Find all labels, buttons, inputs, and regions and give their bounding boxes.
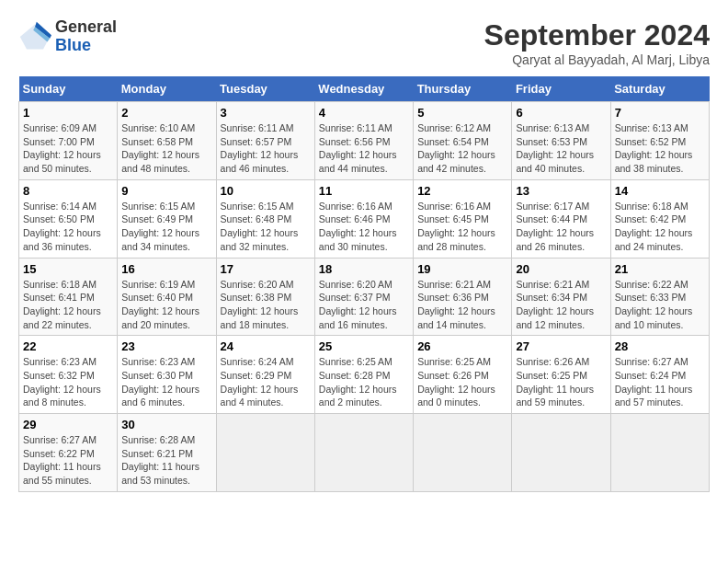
table-row: 26 Sunrise: 6:25 AM Sunset: 6:26 PM Dayl…	[414, 336, 512, 414]
day-info: Sunrise: 6:22 AM Sunset: 6:33 PM Dayligh…	[615, 278, 705, 332]
day-info: Sunrise: 6:25 AM Sunset: 6:28 PM Dayligh…	[319, 355, 409, 409]
day-number: 30	[121, 418, 211, 431]
day-number: 20	[516, 262, 606, 276]
day-number: 7	[615, 106, 705, 120]
day-number: 5	[417, 106, 507, 120]
day-info: Sunrise: 6:10 AM Sunset: 6:58 PM Dayligh…	[121, 121, 211, 176]
day-info: Sunrise: 6:23 AM Sunset: 6:30 PM Dayligh…	[121, 355, 211, 409]
table-row: 23 Sunrise: 6:23 AM Sunset: 6:30 PM Dayl…	[118, 336, 216, 414]
day-info: Sunrise: 6:24 AM Sunset: 6:29 PM Dayligh…	[221, 355, 311, 409]
day-number: 13	[516, 184, 606, 198]
day-number: 14	[615, 184, 705, 198]
table-row	[512, 414, 610, 492]
table-row: 14 Sunrise: 6:18 AM Sunset: 6:42 PM Dayl…	[610, 179, 709, 258]
table-row: 5 Sunrise: 6:12 AM Sunset: 6:54 PM Dayli…	[414, 102, 512, 180]
location: Qaryat al Bayyadah, Al Marj, Libya	[484, 52, 710, 67]
day-number: 4	[319, 106, 409, 120]
logo: General Blue	[18, 18, 117, 55]
day-info: Sunrise: 6:11 AM Sunset: 6:56 PM Dayligh…	[319, 121, 409, 176]
col-header-tuesday: Tuesday	[216, 76, 314, 102]
day-info: Sunrise: 6:11 AM Sunset: 6:57 PM Dayligh…	[221, 121, 311, 176]
table-row: 10 Sunrise: 6:15 AM Sunset: 6:48 PM Dayl…	[216, 179, 314, 258]
table-row: 4 Sunrise: 6:11 AM Sunset: 6:56 PM Dayli…	[314, 102, 413, 180]
day-info: Sunrise: 6:13 AM Sunset: 6:52 PM Dayligh…	[615, 121, 705, 176]
day-number: 27	[516, 339, 606, 353]
col-header-friday: Friday	[512, 76, 610, 102]
day-info: Sunrise: 6:13 AM Sunset: 6:53 PM Dayligh…	[516, 121, 606, 176]
day-info: Sunrise: 6:16 AM Sunset: 6:46 PM Dayligh…	[319, 200, 409, 254]
day-info: Sunrise: 6:28 AM Sunset: 6:21 PM Dayligh…	[121, 433, 211, 488]
day-number: 2	[121, 106, 211, 120]
col-header-sunday: Sunday	[19, 76, 118, 102]
day-info: Sunrise: 6:25 AM Sunset: 6:26 PM Dayligh…	[417, 355, 507, 409]
table-row: 1 Sunrise: 6:09 AM Sunset: 7:00 PM Dayli…	[19, 102, 118, 180]
day-number: 25	[319, 339, 409, 353]
table-row: 28 Sunrise: 6:27 AM Sunset: 6:24 PM Dayl…	[610, 336, 709, 414]
day-number: 23	[121, 339, 211, 353]
col-header-saturday: Saturday	[610, 76, 709, 102]
table-row: 17 Sunrise: 6:20 AM Sunset: 6:38 PM Dayl…	[216, 258, 314, 336]
logo-general: General	[55, 17, 117, 36]
day-number: 21	[615, 262, 705, 276]
day-number: 6	[516, 106, 606, 120]
day-info: Sunrise: 6:23 AM Sunset: 6:32 PM Dayligh…	[23, 355, 113, 409]
logo-icon	[18, 20, 51, 53]
table-row: 30 Sunrise: 6:28 AM Sunset: 6:21 PM Dayl…	[118, 414, 216, 492]
day-number: 8	[23, 184, 113, 198]
day-info: Sunrise: 6:15 AM Sunset: 6:49 PM Dayligh…	[121, 200, 211, 254]
table-row: 13 Sunrise: 6:17 AM Sunset: 6:44 PM Dayl…	[512, 179, 610, 258]
col-header-monday: Monday	[118, 76, 216, 102]
table-row: 20 Sunrise: 6:21 AM Sunset: 6:34 PM Dayl…	[512, 258, 610, 336]
day-number: 9	[121, 184, 211, 198]
day-number: 29	[23, 418, 113, 431]
table-row: 19 Sunrise: 6:21 AM Sunset: 6:36 PM Dayl…	[414, 258, 512, 336]
day-number: 16	[121, 262, 211, 276]
day-info: Sunrise: 6:18 AM Sunset: 6:41 PM Dayligh…	[23, 278, 113, 332]
day-number: 11	[319, 184, 409, 198]
day-info: Sunrise: 6:21 AM Sunset: 6:34 PM Dayligh…	[516, 278, 606, 332]
day-info: Sunrise: 6:19 AM Sunset: 6:40 PM Dayligh…	[121, 278, 211, 332]
table-row: 7 Sunrise: 6:13 AM Sunset: 6:52 PM Dayli…	[610, 102, 709, 180]
table-row: 8 Sunrise: 6:14 AM Sunset: 6:50 PM Dayli…	[19, 179, 118, 258]
table-row: 29 Sunrise: 6:27 AM Sunset: 6:22 PM Dayl…	[19, 414, 118, 492]
day-number: 12	[417, 184, 507, 198]
table-row: 16 Sunrise: 6:19 AM Sunset: 6:40 PM Dayl…	[118, 258, 216, 336]
day-number: 1	[23, 106, 113, 120]
table-row	[216, 414, 314, 492]
day-info: Sunrise: 6:14 AM Sunset: 6:50 PM Dayligh…	[23, 200, 113, 254]
day-info: Sunrise: 6:15 AM Sunset: 6:48 PM Dayligh…	[221, 200, 311, 254]
title-area: September 2024 Qaryat al Bayyadah, Al Ma…	[484, 18, 710, 67]
day-number: 26	[417, 339, 507, 353]
day-info: Sunrise: 6:27 AM Sunset: 6:24 PM Dayligh…	[615, 355, 705, 409]
table-row: 21 Sunrise: 6:22 AM Sunset: 6:33 PM Dayl…	[610, 258, 709, 336]
day-info: Sunrise: 6:27 AM Sunset: 6:22 PM Dayligh…	[23, 433, 113, 488]
day-number: 24	[221, 339, 311, 353]
calendar-table: SundayMondayTuesdayWednesdayThursdayFrid…	[18, 76, 710, 492]
table-row: 15 Sunrise: 6:18 AM Sunset: 6:41 PM Dayl…	[19, 258, 118, 336]
day-number: 3	[221, 106, 311, 120]
table-row: 25 Sunrise: 6:25 AM Sunset: 6:28 PM Dayl…	[314, 336, 413, 414]
table-row: 3 Sunrise: 6:11 AM Sunset: 6:57 PM Dayli…	[216, 102, 314, 180]
day-number: 10	[221, 184, 311, 198]
day-info: Sunrise: 6:21 AM Sunset: 6:36 PM Dayligh…	[417, 278, 507, 332]
col-header-wednesday: Wednesday	[314, 76, 413, 102]
table-row: 12 Sunrise: 6:16 AM Sunset: 6:45 PM Dayl…	[414, 179, 512, 258]
day-info: Sunrise: 6:16 AM Sunset: 6:45 PM Dayligh…	[417, 200, 507, 254]
table-row: 27 Sunrise: 6:26 AM Sunset: 6:25 PM Dayl…	[512, 336, 610, 414]
day-number: 15	[23, 262, 113, 276]
table-row: 9 Sunrise: 6:15 AM Sunset: 6:49 PM Dayli…	[118, 179, 216, 258]
table-row	[610, 414, 709, 492]
table-row: 22 Sunrise: 6:23 AM Sunset: 6:32 PM Dayl…	[19, 336, 118, 414]
day-info: Sunrise: 6:26 AM Sunset: 6:25 PM Dayligh…	[516, 355, 606, 409]
day-info: Sunrise: 6:20 AM Sunset: 6:38 PM Dayligh…	[221, 278, 311, 332]
table-row: 24 Sunrise: 6:24 AM Sunset: 6:29 PM Dayl…	[216, 336, 314, 414]
table-row	[314, 414, 413, 492]
table-row	[414, 414, 512, 492]
day-info: Sunrise: 6:17 AM Sunset: 6:44 PM Dayligh…	[516, 200, 606, 254]
day-info: Sunrise: 6:09 AM Sunset: 7:00 PM Dayligh…	[23, 121, 113, 176]
table-row: 11 Sunrise: 6:16 AM Sunset: 6:46 PM Dayl…	[314, 179, 413, 258]
day-info: Sunrise: 6:20 AM Sunset: 6:37 PM Dayligh…	[319, 278, 409, 332]
logo-blue: Blue	[55, 36, 91, 54]
day-number: 17	[221, 262, 311, 276]
header: General Blue September 2024 Qaryat al Ba…	[18, 18, 710, 67]
